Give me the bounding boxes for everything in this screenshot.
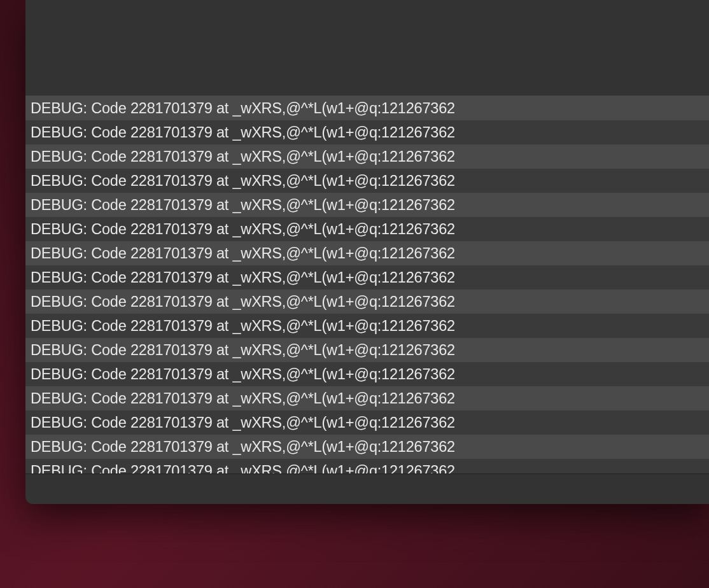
log-row[interactable]: DEBUG: Code 2281701379 at _wXRS,@^*L(w1+… [25, 241, 709, 265]
log-row[interactable]: DEBUG: Code 2281701379 at _wXRS,@^*L(w1+… [25, 459, 709, 473]
window-header [25, 0, 709, 95]
log-text: DEBUG: Code 2281701379 at _wXRS,@^*L(w1+… [31, 438, 455, 455]
log-row[interactable]: DEBUG: Code 2281701379 at _wXRS,@^*L(w1+… [25, 290, 709, 314]
log-text: DEBUG: Code 2281701379 at _wXRS,@^*L(w1+… [31, 100, 455, 116]
log-row[interactable]: DEBUG: Code 2281701379 at _wXRS,@^*L(w1+… [25, 435, 709, 459]
log-text: DEBUG: Code 2281701379 at _wXRS,@^*L(w1+… [31, 197, 455, 213]
log-text: DEBUG: Code 2281701379 at _wXRS,@^*L(w1+… [31, 318, 455, 334]
log-row[interactable]: DEBUG: Code 2281701379 at _wXRS,@^*L(w1+… [25, 169, 709, 193]
window-footer [25, 473, 709, 504]
log-row[interactable]: DEBUG: Code 2281701379 at _wXRS,@^*L(w1+… [25, 265, 709, 290]
log-row[interactable]: DEBUG: Code 2281701379 at _wXRS,@^*L(w1+… [25, 144, 709, 169]
log-text: DEBUG: Code 2281701379 at _wXRS,@^*L(w1+… [31, 172, 455, 189]
log-row[interactable]: DEBUG: Code 2281701379 at _wXRS,@^*L(w1+… [25, 410, 709, 435]
log-text: DEBUG: Code 2281701379 at _wXRS,@^*L(w1+… [31, 366, 455, 382]
log-text: DEBUG: Code 2281701379 at _wXRS,@^*L(w1+… [31, 148, 455, 165]
log-text: DEBUG: Code 2281701379 at _wXRS,@^*L(w1+… [31, 463, 455, 473]
log-row[interactable]: DEBUG: Code 2281701379 at _wXRS,@^*L(w1+… [25, 314, 709, 338]
log-text: DEBUG: Code 2281701379 at _wXRS,@^*L(w1+… [31, 293, 455, 310]
log-text: DEBUG: Code 2281701379 at _wXRS,@^*L(w1+… [31, 245, 455, 262]
log-row[interactable]: DEBUG: Code 2281701379 at _wXRS,@^*L(w1+… [25, 96, 709, 120]
log-row[interactable]: DEBUG: Code 2281701379 at _wXRS,@^*L(w1+… [25, 338, 709, 362]
log-text: DEBUG: Code 2281701379 at _wXRS,@^*L(w1+… [31, 414, 455, 431]
log-panel[interactable]: DEBUG: Code 2281701379 at _wXRS,@^*L(w1+… [25, 95, 709, 473]
log-text: DEBUG: Code 2281701379 at _wXRS,@^*L(w1+… [31, 342, 455, 358]
log-text: DEBUG: Code 2281701379 at _wXRS,@^*L(w1+… [31, 390, 455, 407]
log-row[interactable]: DEBUG: Code 2281701379 at _wXRS,@^*L(w1+… [25, 362, 709, 386]
log-row[interactable]: DEBUG: Code 2281701379 at _wXRS,@^*L(w1+… [25, 120, 709, 144]
log-text: DEBUG: Code 2281701379 at _wXRS,@^*L(w1+… [31, 124, 455, 141]
app-window: DEBUG: Code 2281701379 at _wXRS,@^*L(w1+… [25, 0, 709, 504]
log-row[interactable]: DEBUG: Code 2281701379 at _wXRS,@^*L(w1+… [25, 217, 709, 241]
log-text: DEBUG: Code 2281701379 at _wXRS,@^*L(w1+… [31, 269, 455, 286]
log-row[interactable]: DEBUG: Code 2281701379 at _wXRS,@^*L(w1+… [25, 193, 709, 217]
log-row[interactable]: DEBUG: Code 2281701379 at _wXRS,@^*L(w1+… [25, 386, 709, 410]
log-text: DEBUG: Code 2281701379 at _wXRS,@^*L(w1+… [31, 221, 455, 237]
